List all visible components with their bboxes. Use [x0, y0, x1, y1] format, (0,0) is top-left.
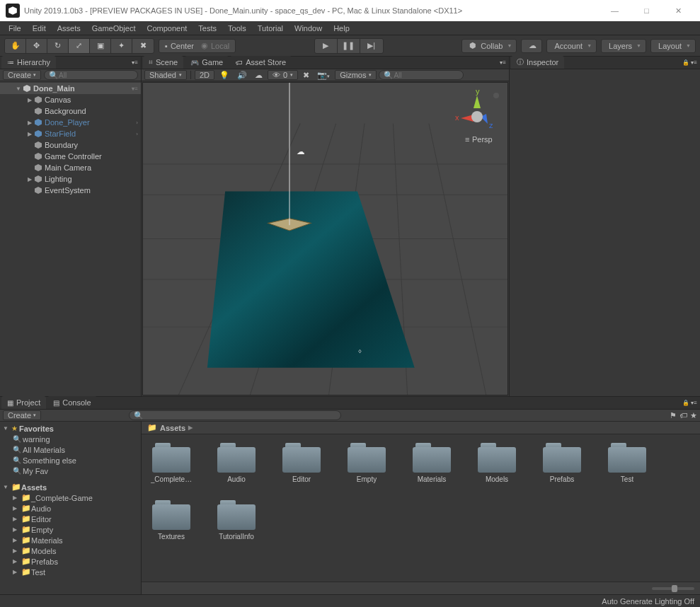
asset-folder[interactable]: Materials [409, 443, 454, 483]
hierarchy-item[interactable]: Boundary [0, 139, 141, 151]
expand-arrow-icon[interactable]: ▶ [13, 516, 20, 522]
menu-tutorial[interactable]: Tutorial [252, 23, 289, 34]
asset-tree-item[interactable]: ▶📁Audio [0, 503, 141, 514]
camera-toggle[interactable]: 📷▾ [314, 71, 333, 80]
expand-arrow-icon[interactable]: ▶ [25, 176, 34, 183]
asset-folder[interactable]: Editor [279, 443, 324, 483]
close-button[interactable]: ✕ [662, 0, 694, 21]
lighting-toggle[interactable]: 💡 [217, 71, 232, 80]
asset-folder[interactable]: _Complete… [149, 443, 194, 483]
expand-arrow-icon[interactable]: ▶ [25, 120, 34, 126]
menu-file[interactable]: File [3, 23, 27, 34]
rotate-tool[interactable]: ↻ [47, 39, 69, 53]
expand-arrow-icon[interactable]: ▶ [13, 495, 20, 501]
scene-tab[interactable]: ⌗Scene [143, 56, 183, 69]
draw-mode-dropdown[interactable]: Shaded▾ [144, 70, 187, 80]
asset-tree-item[interactable]: ▶📁Empty [0, 524, 141, 535]
move-tool[interactable]: ✥ [26, 39, 47, 53]
menu-gameobject[interactable]: GameObject [86, 23, 142, 34]
hierarchy-item[interactable]: ▶Done_Player› [0, 117, 141, 128]
fx-toggle[interactable]: ☁ [252, 71, 265, 80]
hierarchy-item[interactable]: Main Camera [0, 162, 141, 173]
maximize-button[interactable]: □ [631, 0, 662, 21]
favorites-header[interactable]: ▼★Favorites [0, 423, 141, 434]
menu-window[interactable]: Window [289, 23, 328, 34]
asset-tree-item[interactable]: ▶📁Materials [0, 535, 141, 545]
hierarchy-options[interactable]: ▾≡ [129, 56, 141, 69]
project-search[interactable]: 🔍 [129, 410, 341, 420]
asset-folder[interactable]: TutorialInfo [214, 500, 259, 540]
gizmos-dropdown[interactable]: Gizmos▾ [335, 70, 377, 80]
expand-arrow-icon[interactable]: ▶ [13, 548, 20, 554]
collab-dropdown[interactable]: ⬢ Collab ▼ [461, 39, 517, 53]
menu-assets[interactable]: Assets [52, 23, 86, 34]
asset-folder[interactable]: Prefabs [539, 443, 585, 483]
project-lock[interactable]: 🔒 ▾≡ [679, 396, 700, 409]
menu-tools[interactable]: Tools [222, 23, 252, 34]
menu-edit[interactable]: Edit [27, 23, 52, 34]
scene-search[interactable]: 🔍 [379, 70, 464, 80]
2d-toggle[interactable]: 2D [195, 70, 214, 80]
expand-arrow-icon[interactable]: ▶ [13, 537, 20, 543]
menu-tests[interactable]: Tests [193, 23, 222, 34]
favorite-item[interactable]: 🔍All Materials [0, 444, 141, 455]
custom-tool[interactable]: ✖ [132, 39, 154, 53]
hierarchy-item[interactable]: Game Controller [0, 151, 141, 162]
expand-arrow-icon[interactable]: ▶ [13, 569, 20, 575]
inspector-options[interactable]: 🔒 ▾≡ [679, 56, 700, 69]
asset-tree-item[interactable]: ▶📁Editor [0, 514, 141, 524]
menu-help[interactable]: Help [328, 23, 355, 34]
prefab-chevron-icon[interactable]: › [136, 131, 141, 137]
expand-arrow-icon[interactable]: ▶ [13, 505, 20, 511]
orientation-gizmo[interactable]: y x z ≡ Persp [452, 88, 502, 145]
hand-tool[interactable]: ✋ [5, 39, 26, 53]
inspector-tab[interactable]: ⓘInspector [511, 56, 564, 69]
hidden-toggle[interactable]: 👁0▾ [268, 70, 298, 80]
hierarchy-item[interactable]: ▶Lighting [0, 173, 141, 185]
pause-button[interactable]: ❚❚ [338, 39, 360, 53]
rect-tool[interactable]: ▣ [90, 39, 111, 53]
filter-icon[interactable]: ⚑ [670, 411, 677, 420]
project-breadcrumb[interactable]: 📁 Assets ▶ [142, 422, 700, 434]
audio-toggle[interactable]: 🔊 [234, 71, 250, 80]
asset-tree-item[interactable]: ▶📁Prefabs [0, 556, 141, 567]
favorite-item[interactable]: 🔍warning [0, 434, 141, 444]
hierarchy-item[interactable]: Background [0, 105, 141, 117]
asset-folder[interactable]: Models [474, 443, 520, 483]
minimize-button[interactable]: — [599, 0, 631, 21]
hierarchy-search[interactable]: 🔍 [44, 70, 138, 80]
layout-dropdown[interactable]: Layout ▼ [650, 39, 696, 53]
asset-folder[interactable]: Audio [214, 443, 259, 483]
expand-arrow-icon[interactable]: ▶ [25, 131, 34, 137]
hierarchy-item[interactable]: ▶StarField› [0, 128, 141, 139]
filter-type-icon[interactable]: 🏷 [679, 411, 687, 420]
project-create-button[interactable]: Create▾ [3, 410, 41, 420]
expand-arrow-icon[interactable]: ▼ [14, 86, 23, 92]
assets-header[interactable]: ▼📁Assets [0, 482, 141, 492]
layers-dropdown[interactable]: Layers ▼ [601, 39, 646, 53]
asset-store-tab[interactable]: 🏷Asset Store [230, 56, 292, 69]
scene-menu-icon[interactable]: ▾≡ [132, 86, 141, 92]
expand-arrow-icon[interactable]: ▶ [13, 558, 20, 565]
account-dropdown[interactable]: Account ▼ [546, 39, 597, 53]
hierarchy-item[interactable]: ▶Canvas [0, 94, 141, 105]
expand-arrow-icon[interactable]: ▶ [13, 526, 20, 533]
project-tab[interactable]: ▦Project [1, 396, 46, 409]
menu-component[interactable]: Component [141, 23, 193, 34]
asset-folder[interactable]: Textures [149, 500, 194, 540]
asset-tree-item[interactable]: ▶📁Test [0, 567, 141, 577]
game-tab[interactable]: 🎮Game [185, 56, 229, 69]
hierarchy-tab[interactable]: ≔ Hierarchy [1, 56, 56, 69]
scene-viewport[interactable]: ☁ ⬨ y x z ≡ Persp [142, 82, 508, 395]
play-button[interactable]: ▶ [315, 39, 338, 53]
asset-tree-item[interactable]: ▶📁Models [0, 545, 141, 556]
expand-arrow-icon[interactable]: ▶ [25, 97, 34, 103]
favorite-item[interactable]: 🔍My Fav [0, 466, 141, 476]
scene-options[interactable]: ▾≡ [497, 56, 509, 69]
console-tab[interactable]: ▤Console [47, 396, 96, 409]
hierarchy-create-button[interactable]: Create▾ [3, 70, 41, 80]
pivot-mode[interactable]: ▪ Center ◉ Local [159, 39, 236, 53]
scene-row[interactable]: ▼ Done_Main ▾≡ [0, 83, 141, 94]
gizmo-toggle[interactable]: ✖ [300, 71, 312, 80]
asset-folder[interactable]: Empty [344, 443, 389, 483]
